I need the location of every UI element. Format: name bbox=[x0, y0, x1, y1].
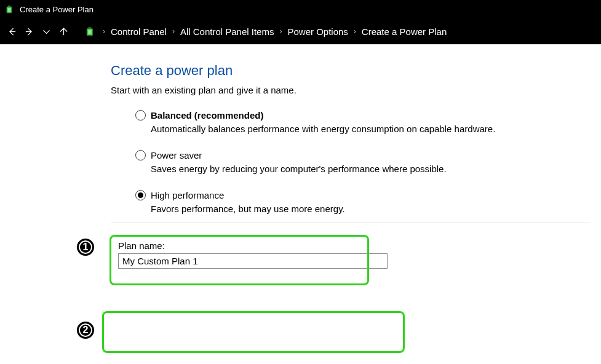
plan-saver-desc: Saves energy by reducing your computer's… bbox=[151, 164, 591, 174]
titlebar: Create a Power Plan bbox=[0, 0, 601, 18]
plan-option-high[interactable]: High performance Favors performance, but… bbox=[135, 190, 591, 214]
page-subtitle: Start with an existing plan and give it … bbox=[111, 85, 591, 95]
svg-rect-2 bbox=[8, 8, 11, 12]
plan-name-input[interactable] bbox=[118, 253, 388, 269]
page-title: Create a power plan bbox=[111, 63, 591, 79]
svg-rect-5 bbox=[88, 30, 92, 34]
radio-icon[interactable] bbox=[135, 190, 146, 200]
arrow-left-icon bbox=[7, 26, 17, 37]
plan-high-desc: Favors performance, but may use more ene… bbox=[151, 204, 591, 214]
arrow-up-icon bbox=[58, 26, 69, 37]
divider bbox=[111, 223, 591, 223]
step-badge-2: 2 bbox=[77, 322, 94, 339]
battery-icon bbox=[5, 4, 15, 14]
up-button[interactable] bbox=[57, 25, 70, 38]
battery-icon bbox=[85, 26, 96, 37]
back-button[interactable] bbox=[5, 25, 18, 38]
main-content: Create a power plan Start with an existi… bbox=[111, 63, 591, 276]
svg-rect-4 bbox=[89, 27, 92, 28]
chevron-right-icon: › bbox=[103, 27, 105, 36]
plan-option-balanced[interactable]: Balanced (recommended) Automatically bal… bbox=[135, 110, 591, 134]
breadcrumb-create-plan[interactable]: Create a Power Plan bbox=[362, 26, 447, 37]
plan-saver-title: Power saver bbox=[151, 150, 202, 160]
arrow-right-icon bbox=[24, 26, 34, 37]
radio-icon[interactable] bbox=[135, 110, 146, 121]
plan-name-label: Plan name: bbox=[118, 240, 583, 251]
breadcrumb-all-items[interactable]: All Control Panel Items bbox=[180, 26, 274, 37]
navigation-bar: › Control Panel › All Control Panel Item… bbox=[0, 18, 601, 44]
chevron-down-icon bbox=[41, 26, 52, 37]
forward-button[interactable] bbox=[22, 25, 36, 38]
plan-balanced-desc: Automatically balances performance with … bbox=[151, 124, 591, 134]
step-badge-1: 1 bbox=[77, 239, 94, 256]
recent-locations-button[interactable] bbox=[39, 25, 53, 38]
svg-rect-1 bbox=[8, 6, 10, 7]
breadcrumb-power-options[interactable]: Power Options bbox=[287, 26, 348, 37]
chevron-right-icon: › bbox=[279, 27, 282, 36]
plan-name-section: Plan name: bbox=[111, 235, 591, 276]
chevron-right-icon: › bbox=[172, 27, 175, 36]
chevron-right-icon: › bbox=[354, 27, 356, 36]
breadcrumb-control-panel[interactable]: Control Panel bbox=[111, 26, 167, 37]
highlight-plan-name bbox=[102, 311, 405, 353]
window-title: Create a Power Plan bbox=[20, 5, 94, 14]
radio-icon[interactable] bbox=[135, 150, 146, 160]
plan-option-saver[interactable]: Power saver Saves energy by reducing you… bbox=[135, 150, 591, 174]
plan-balanced-title: Balanced (recommended) bbox=[151, 110, 263, 121]
plan-high-title: High performance bbox=[151, 190, 224, 200]
